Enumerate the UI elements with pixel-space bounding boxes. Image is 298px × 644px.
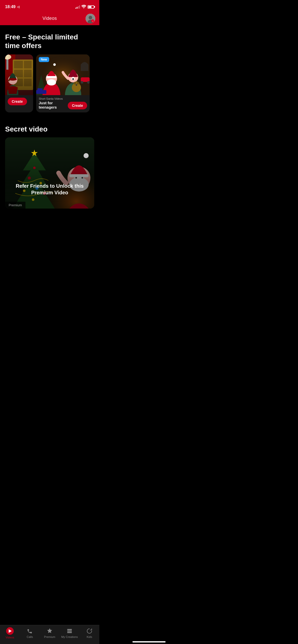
app-header: Videos ✓ [0,13,99,25]
svg-point-1 [89,16,92,19]
new-badge: New [39,57,49,62]
svg-point-23 [47,79,56,85]
battery-icon [88,5,94,9]
svg-point-16 [7,85,18,95]
main-content: Free – Special limitedtime offers [0,25,99,233]
free-section-title: Free – Special limitedtime offers [5,33,94,50]
secret-overlay-text: Refer Friends to Unlock this Premium Vid… [5,183,94,196]
svg-point-33 [74,82,76,84]
svg-point-25 [53,63,56,66]
free-section: Free – Special limitedtime offers [0,25,99,118]
secret-section-title: Secret video [5,125,94,133]
svg-text:✓: ✓ [92,20,94,22]
svg-rect-24 [46,76,57,78]
svg-rect-40 [37,88,43,91]
svg-point-18 [9,78,17,81]
svg-point-30 [72,78,74,80]
header-title: Videos [43,16,57,21]
location-icon: ◁ [17,5,19,9]
svg-point-35 [76,84,77,86]
video-cards-scroll[interactable]: Create [0,54,94,113]
signal-bars [75,5,80,9]
status-time: 18:49 ◁ [5,5,19,9]
elf-card-image [5,54,33,95]
elf-card-bottom: Create [5,95,33,108]
secret-scene-svg [5,137,94,209]
svg-rect-28 [69,75,78,77]
svg-rect-9 [14,70,23,77]
signal-bar-3 [78,6,79,9]
svg-rect-13 [24,79,32,86]
signal-bar-2 [77,7,77,9]
svg-rect-10 [14,79,23,86]
card-santa-teens: New Short Santa Videos Just for teenager… [36,54,90,112]
avatar-image: ✓ [86,14,95,23]
signal-bar-1 [75,8,76,9]
svg-rect-11 [24,61,32,68]
card-subtitle: Short Santa Videos [39,97,68,100]
svg-point-38 [87,81,90,84]
svg-rect-60 [5,137,94,209]
card-elf: Create [5,54,33,112]
secret-card-image: Refer Friends to Unlock this Premium Vid… [5,137,94,209]
status-bar: 18:49 ◁ [0,0,99,13]
svg-rect-8 [14,61,23,68]
secret-badge: Premium [5,202,25,209]
create-button-teens[interactable]: Create [68,102,87,109]
svg-point-37 [81,81,83,84]
santa-card-image: New [36,54,90,95]
secret-card[interactable]: Refer Friends to Unlock this Premium Vid… [5,137,94,209]
svg-point-17 [8,75,17,84]
secret-section: Secret video [0,118,99,213]
wifi-icon [82,5,86,9]
card-info: Short Santa Videos Just for teenagers [39,97,68,109]
svg-point-34 [77,82,79,84]
elf-scene-svg [5,54,33,95]
status-icons [75,5,94,9]
create-button-elf[interactable]: Create [8,98,27,105]
santa-card-bottom: Short Santa Videos Just for teenagers Cr… [36,95,90,112]
card-name: Just for teenagers [39,101,68,109]
svg-rect-12 [24,70,32,77]
avatar[interactable]: ✓ [86,14,95,23]
signal-bar-4 [79,5,80,9]
battery-fill [88,6,91,8]
